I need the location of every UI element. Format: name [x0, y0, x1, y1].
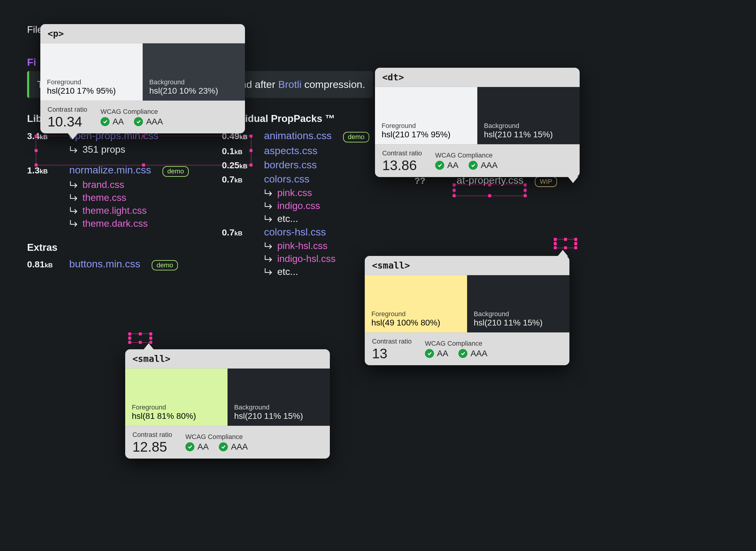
background-swatch: Background hsl(210 11% 15%) [228, 369, 330, 426]
background-value: hsl(210 11% 15%) [234, 411, 323, 421]
contrast-ratio-label: Contrast ratio [132, 431, 172, 439]
file-link[interactable]: borders.css [264, 159, 317, 171]
contrast-ratio-value: 13 [372, 347, 412, 361]
sub-arrow-icon [69, 180, 78, 189]
checkmark-icon [219, 442, 228, 451]
foreground-swatch: Foreground hsl(210 17% 95%) [40, 43, 143, 101]
foreground-value: hsl(81 81% 80%) [132, 411, 221, 421]
sub-arrow-icon [69, 145, 78, 154]
wcag-compliance-label: WCAG Compliance [425, 340, 487, 348]
background-value: hsl(210 11% 15%) [484, 130, 573, 139]
demo-badge[interactable]: demo [343, 132, 369, 142]
file-link[interactable]: aspects.css [264, 145, 318, 156]
checkmark-icon [185, 442, 194, 451]
background-value: hsl(210 10% 23%) [149, 86, 238, 96]
sub-arrow-icon [69, 193, 78, 202]
element-tag: <p> [40, 24, 245, 43]
contrast-inspector-card: <small> Foreground hsl(81 81% 80%) Backg… [125, 349, 330, 459]
foreground-swatch: Foreground hsl(210 17% 95%) [375, 87, 477, 144]
sub-link[interactable]: brand.css [82, 179, 124, 190]
background-label: Background [149, 78, 238, 86]
foreground-label: Foreground [47, 78, 136, 86]
file-size: 3.4 [27, 131, 40, 141]
contrast-ratio-value: 10.34 [48, 115, 87, 128]
foreground-value: hsl(49 100% 80%) [371, 318, 460, 328]
etc-label: etc... [277, 266, 298, 277]
wcag-aa-badge: AA [425, 349, 448, 358]
checkmark-icon [425, 349, 434, 358]
wcag-aa-badge: AA [435, 160, 458, 170]
sub-link[interactable]: theme.css [82, 192, 126, 203]
file-link[interactable]: colors.css [264, 173, 309, 185]
sub-arrow-icon [264, 188, 273, 197]
demo-badge[interactable]: demo [163, 166, 189, 176]
sub-link[interactable]: indigo.css [277, 200, 320, 211]
sub-arrow-icon [264, 267, 273, 276]
contrast-inspector-card: <p> Foreground hsl(210 17% 95%) Backgrou… [40, 24, 245, 133]
file-size: 0.81 [27, 259, 45, 269]
foreground-label: Foreground [132, 404, 221, 411]
demo-badge[interactable]: demo [152, 260, 178, 270]
background-label: Background [474, 310, 563, 318]
sub-link[interactable]: indigo-hsl.css [277, 253, 336, 264]
card-pointer-icon [143, 343, 154, 350]
foreground-value: hsl(210 17% 95%) [47, 86, 136, 96]
contrast-ratio-label: Contrast ratio [382, 149, 422, 157]
wcag-aa-badge: AA [101, 117, 124, 126]
sub-label: 351 props [82, 144, 125, 155]
sub-arrow-icon [264, 214, 273, 223]
contrast-inspector-card: <dt> Foreground hsl(210 17% 95%) Backgro… [375, 68, 580, 177]
sub-link[interactable]: pink.css [277, 187, 312, 198]
contrast-ratio-label: Contrast ratio [48, 106, 87, 113]
contrast-ratio-value: 13.86 [382, 158, 422, 172]
file-link[interactable]: animations.css [264, 130, 332, 141]
wcag-aaa-badge: AAA [134, 117, 163, 126]
element-tag: <dt> [375, 68, 580, 87]
wcag-aaa-badge: AAA [219, 442, 248, 452]
sub-arrow-icon [69, 219, 78, 228]
background-swatch: Background hsl(210 11% 15%) [477, 87, 580, 144]
card-pointer-icon [568, 176, 578, 183]
wcag-aa-badge: AA [185, 442, 209, 452]
element-tag: <small> [365, 256, 569, 275]
list-item: 0.81kB buttons.min.css demo [27, 258, 189, 270]
wcag-aaa-badge: AAA [458, 349, 487, 358]
element-tag: <small> [125, 349, 330, 369]
background-value: hsl(210 11% 15%) [474, 318, 563, 328]
list-item: 1.3kB normalize.min.css demo [27, 164, 189, 176]
background-label: Background [484, 122, 573, 130]
wcag-compliance-label: WCAG Compliance [185, 433, 248, 441]
wcag-compliance-label: WCAG Compliance [101, 108, 163, 116]
callout-text-post: compression. [304, 79, 365, 90]
checkmark-icon [458, 349, 467, 358]
contrast-ratio-value: 12.85 [132, 440, 172, 454]
file-link[interactable]: normalize.min.css [69, 164, 151, 176]
foreground-label: Foreground [371, 310, 460, 318]
sub-arrow-icon [264, 254, 273, 263]
foreground-label: Foreground [382, 122, 471, 130]
background-swatch: Background hsl(210 10% 23%) [143, 43, 245, 101]
etc-label: etc... [277, 213, 298, 224]
extras-heading: Extras [27, 242, 189, 253]
checkmark-icon [134, 117, 143, 126]
foreground-swatch: Foreground hsl(49 100% 80%) [365, 275, 467, 333]
contrast-inspector-card: <small> Foreground hsl(49 100% 80%) Back… [365, 256, 569, 365]
file-link[interactable]: buttons.min.css [69, 258, 140, 270]
wcag-aaa-badge: AAA [469, 160, 497, 170]
background-swatch: Background hsl(210 11% 15%) [467, 275, 569, 333]
sub-link[interactable]: theme.dark.css [82, 218, 148, 229]
file-size: ?? [414, 175, 448, 186]
checkmark-icon [469, 161, 478, 170]
sub-link[interactable]: theme.light.css [82, 205, 147, 216]
sub-arrow-icon [264, 201, 273, 210]
wcag-compliance-label: WCAG Compliance [435, 151, 497, 159]
card-pointer-icon [557, 250, 568, 256]
foreground-swatch: Foreground hsl(81 81% 80%) [125, 369, 228, 426]
wip-badge: WIP [535, 176, 557, 187]
sub-link[interactable]: pink-hsl.css [277, 240, 327, 251]
file-link[interactable]: colors-hsl.css [264, 226, 326, 238]
sub-arrow-icon [264, 241, 273, 250]
sub-item: 351 props [69, 144, 189, 155]
checkmark-icon [101, 117, 110, 126]
brotli-link[interactable]: Brotli [278, 79, 301, 90]
